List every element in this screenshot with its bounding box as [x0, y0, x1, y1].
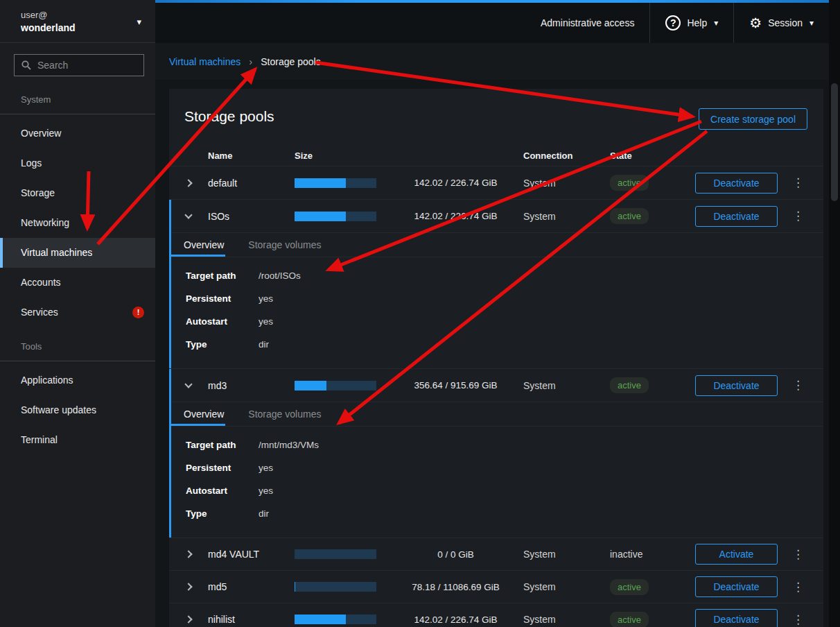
status-text: inactive — [610, 549, 642, 560]
deactivate-button[interactable]: Deactivate — [695, 206, 778, 227]
administrative-access-label: Administrative access — [541, 17, 634, 28]
kebab-menu-icon[interactable]: ⋮ — [792, 210, 804, 222]
table-row: default 142.02 / 226.74 GiB System activ… — [169, 166, 823, 199]
create-storage-pool-button[interactable]: Create storage pool — [699, 108, 807, 130]
status-badge: active — [610, 208, 649, 224]
help-icon: ? — [665, 15, 681, 31]
pool-name: md4 VAULT — [208, 549, 295, 560]
search-input[interactable] — [37, 60, 137, 71]
pool-connection: System — [523, 380, 610, 391]
pool-size: 142.02 / 226.74 GiB — [388, 615, 523, 625]
table-row: nihilist 142.02 / 226.74 GiB System acti… — [169, 603, 823, 627]
status-badge: active — [610, 377, 649, 393]
scrollbar-thumb[interactable] — [831, 83, 838, 201]
detail-label: Target path — [186, 440, 259, 450]
persistent-value: yes — [259, 293, 823, 304]
divider — [0, 114, 155, 114]
autostart-value: yes — [259, 316, 823, 327]
detail-label: Type — [186, 339, 259, 350]
detail-label: Persistent — [186, 293, 259, 304]
pool-connection: System — [523, 178, 610, 189]
sidebar-item-terminal[interactable]: Terminal — [0, 425, 155, 455]
expanded-pool-isos: ISOs 142.02 / 226.74 GiB System active D… — [169, 199, 823, 368]
activate-button[interactable]: Activate — [695, 544, 778, 565]
kebab-menu-icon[interactable]: ⋮ — [792, 177, 804, 189]
kebab-menu-icon[interactable]: ⋮ — [792, 549, 804, 560]
collapse-chevron-icon[interactable] — [184, 380, 192, 388]
expand-chevron-icon[interactable] — [184, 583, 192, 590]
usage-progress-bar — [295, 178, 376, 188]
kebab-menu-icon[interactable]: ⋮ — [792, 614, 804, 626]
expand-chevron-icon[interactable] — [184, 179, 192, 187]
help-label: Help — [687, 17, 707, 28]
sidebar-item-overview[interactable]: Overview — [0, 119, 155, 148]
user-prefix: user@ — [21, 10, 144, 20]
autostart-value: yes — [259, 486, 823, 496]
sidebar-item-applications[interactable]: Applications — [0, 366, 155, 395]
usage-progress-bar — [295, 212, 376, 221]
pool-size: 0 / 0 GiB — [388, 549, 523, 560]
sidebar-item-accounts[interactable]: Accounts — [0, 268, 155, 298]
main-content: Storage pools Create storage pool Name S… — [155, 80, 829, 627]
session-menu[interactable]: ⚙ Session ▾ — [734, 3, 829, 43]
pool-size: 142.02 / 226.74 GiB — [388, 211, 523, 221]
sidebar-item-networking[interactable]: Networking — [0, 208, 155, 238]
sidebar: user@ wonderland ▾ System Overview Logs … — [0, 0, 155, 627]
nav-section-system: System — [0, 80, 155, 114]
deactivate-button[interactable]: Deactivate — [695, 375, 778, 396]
kebab-menu-icon[interactable]: ⋮ — [792, 379, 804, 391]
breadcrumb-virtual-machines[interactable]: Virtual machines — [169, 56, 240, 67]
search-box[interactable] — [14, 54, 144, 76]
tab-overview[interactable]: Overview — [169, 233, 225, 257]
deactivate-button[interactable]: Deactivate — [695, 173, 778, 194]
table-row: md3 356.64 / 915.69 GiB System active De… — [169, 369, 823, 402]
sidebar-item-services[interactable]: Services ! — [0, 298, 155, 327]
page-title: Storage pools — [184, 108, 274, 125]
expand-chevron-icon[interactable] — [184, 550, 192, 558]
breadcrumb: Virtual machines › Storage pools — [155, 43, 829, 80]
search-icon — [21, 60, 31, 70]
type-value: dir — [259, 339, 823, 350]
chevron-down-icon: ▾ — [810, 18, 814, 28]
expand-chevron-icon[interactable] — [184, 615, 192, 623]
type-value: dir — [259, 508, 823, 519]
status-badge: active — [610, 175, 649, 191]
target-path-value: /mnt/md3/VMs — [259, 440, 823, 450]
sidebar-item-storage[interactable]: Storage — [0, 178, 155, 208]
detail-label: Type — [186, 508, 259, 519]
pool-name: md3 — [208, 380, 295, 391]
nav-section-tools: Tools — [0, 327, 155, 361]
scrollbar[interactable] — [829, 0, 840, 627]
status-badge: active — [610, 579, 649, 595]
col-header-size: Size — [295, 151, 388, 161]
col-header-connection: Connection — [523, 151, 610, 161]
sidebar-item-virtual-machines[interactable]: Virtual machines — [0, 238, 155, 268]
pool-details: Target path /root/ISOs Persistent yes Au… — [169, 257, 823, 368]
deactivate-button[interactable]: Deactivate — [695, 576, 778, 597]
pool-name: md5 — [208, 581, 295, 592]
user-menu[interactable]: user@ wonderland ▾ — [0, 0, 155, 43]
col-header-state: State — [610, 151, 695, 161]
help-menu[interactable]: ? Help ▾ — [650, 3, 733, 43]
detail-label: Autostart — [186, 316, 259, 327]
pool-name: nihilist — [208, 614, 295, 625]
alert-badge: ! — [132, 307, 144, 318]
tab-storage-volumes[interactable]: Storage volumes — [247, 233, 322, 257]
administrative-access-button[interactable]: Administrative access — [525, 3, 649, 43]
detail-label: Autostart — [186, 486, 259, 496]
collapse-chevron-icon[interactable] — [184, 211, 192, 218]
table-row: md5 78.18 / 11086.69 GiB System active D… — [169, 570, 823, 603]
pool-size: 356.64 / 915.69 GiB — [388, 380, 523, 390]
sidebar-item-software-updates[interactable]: Software updates — [0, 395, 155, 425]
table-row: md4 VAULT 0 / 0 GiB System inactive Acti… — [169, 538, 823, 570]
pool-name: default — [208, 178, 295, 189]
tab-storage-volumes[interactable]: Storage volumes — [247, 402, 322, 426]
tab-overview[interactable]: Overview — [169, 402, 225, 426]
deactivate-button[interactable]: Deactivate — [695, 609, 778, 627]
sidebar-item-logs[interactable]: Logs — [0, 148, 155, 178]
masthead: Administrative access ? Help ▾ ⚙ Session… — [155, 0, 829, 43]
kebab-menu-icon[interactable]: ⋮ — [792, 581, 804, 593]
pool-details: Target path /mnt/md3/VMs Persistent yes … — [169, 427, 823, 538]
table-row: ISOs 142.02 / 226.74 GiB System active D… — [169, 200, 823, 232]
pool-size: 142.02 / 226.74 GiB — [388, 178, 523, 188]
